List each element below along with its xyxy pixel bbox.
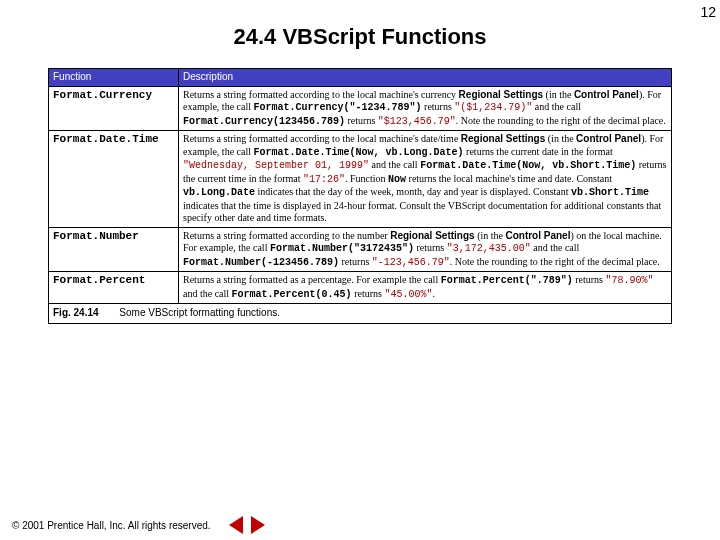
functions-table: Function Description Format.CurrencyRetu… [48, 68, 672, 324]
figure-number: Fig. 24.14 [53, 307, 99, 318]
function-desc-cell: Returns a string formatted according to … [179, 227, 672, 272]
col-header-function: Function [49, 69, 179, 87]
function-desc-cell: Returns a string formatted as a percenta… [179, 272, 672, 304]
function-desc-cell: Returns a string formatted according to … [179, 86, 672, 131]
page-title: 24.4 VBScript Functions [0, 24, 720, 50]
copyright-text: © 2001 Prentice Hall, Inc. All rights re… [12, 520, 211, 531]
nav-buttons [229, 516, 265, 534]
table-row: Format.Date.TimeReturns a string formatt… [49, 131, 672, 228]
function-desc-cell: Returns a string formatted according to … [179, 131, 672, 228]
page-number: 12 [700, 4, 716, 20]
table-caption: Fig. 24.14 Some VBScript formatting func… [49, 304, 672, 324]
function-name-cell: Format.Currency [49, 86, 179, 131]
footer: © 2001 Prentice Hall, Inc. All rights re… [12, 516, 265, 534]
next-icon[interactable] [251, 516, 265, 534]
table-row: Format.PercentReturns a string formatted… [49, 272, 672, 304]
table-row: Format.CurrencyReturns a string formatte… [49, 86, 672, 131]
prev-icon[interactable] [229, 516, 243, 534]
function-name-cell: Format.Date.Time [49, 131, 179, 228]
figure-caption-text: Some VBScript formatting functions. [119, 307, 280, 318]
table-row: Format.NumberReturns a string formatted … [49, 227, 672, 272]
functions-table-wrap: Function Description Format.CurrencyRetu… [48, 68, 672, 324]
function-name-cell: Format.Percent [49, 272, 179, 304]
col-header-description: Description [179, 69, 672, 87]
function-name-cell: Format.Number [49, 227, 179, 272]
